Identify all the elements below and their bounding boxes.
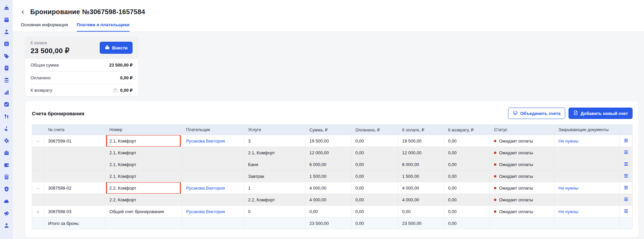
cell-services: 2.1, Комфорт [244,147,305,159]
add-doc-icon [573,110,578,116]
sidebar-item-badge[interactable] [4,186,9,192]
row-menu-button[interactable] [620,194,633,206]
cell-due: 0,00 [398,206,444,217]
sidebar-item-coins[interactable] [4,77,9,83]
cell-refund: 0,00 [444,135,490,147]
docs-link[interactable]: Не нужны [558,209,578,214]
merge-doc-icon [513,110,518,116]
expand-toggle[interactable]: − [32,135,44,147]
invoices-title: Счета бронирования [32,111,84,116]
cell-invoice-number: 3067598-03 [44,206,105,217]
cell-services: 2.2, Комфорт [244,194,305,206]
row-menu-button[interactable] [620,170,633,182]
payment-row-value: 0,00 ₽ [120,75,133,80]
row-menu-button[interactable] [620,182,633,194]
annotation-red-box [106,135,181,147]
sidebar-item-calendar[interactable] [4,17,9,23]
payer-link[interactable]: Русакова Виктория [186,209,225,214]
sidebar-item-settings[interactable] [4,138,9,144]
expand-toggle[interactable]: − [32,182,44,194]
expand-toggle [32,159,44,170]
cash-register-icon [105,45,110,51]
column-header-8: Статус [490,125,554,135]
sidebar-item-bar-chart[interactable] [4,89,9,95]
cell-closing-docs: Не нужны [554,182,620,194]
sidebar-item-tag[interactable] [4,53,9,59]
sidebar-item-calculator[interactable] [4,174,9,180]
cell-room-number: Общий счет бронирования [105,206,182,217]
column-header-5: Оплачено, ₽ [351,125,398,135]
table-row: − 3067598-01 2.1, Комфорт Русакова Викто… [32,135,633,147]
cell-due: 1 500,00 [398,170,444,182]
foot-payer [182,217,244,229]
sidebar-item-service-bell[interactable] [4,5,9,10]
payment-row-label: К возврату [31,88,52,93]
payer-link[interactable]: Русакова Виктория [186,138,225,144]
column-header-2: Плательщик [182,125,244,135]
cell-due: 4 000,00 [398,194,444,206]
status-dot-icon [494,199,496,201]
cell-status: Ожидает оплаты [490,147,554,159]
cell-services: Баня [244,159,305,170]
foot-menu [620,217,633,229]
merge-invoices-button[interactable]: Объединить счета [508,108,565,119]
status-dot-icon [494,163,496,166]
tag-icon [4,53,9,59]
sidebar-item-profile[interactable] [4,223,9,228]
sidebar-item-cloud[interactable] [4,198,9,204]
cell-paid: 0,00 [351,182,398,194]
row-menu-button[interactable] [620,135,633,147]
cell-room-number: 2.1, Комфорт [105,170,182,182]
megaphone-icon [4,210,9,216]
main-area: ‹ Бронирование №3067598-1657584 Основная… [13,0,644,237]
sidebar-item-discount[interactable] [4,41,9,47]
cell-room-number: 2.2, Комфорт [105,194,182,206]
cell-status: Ожидает оплаты [490,159,554,170]
back-button[interactable]: ‹ [20,8,26,15]
sidebar-item-briefcase[interactable] [4,150,9,156]
sidebar-item-wallet[interactable] [4,162,9,168]
foot-refund: 0,00 [444,217,490,229]
sidebar-item-megaphone[interactable] [4,210,9,216]
col-toggle [32,125,44,135]
cell-payer: Русакова Виктория [182,135,244,147]
add-invoice-button[interactable]: Добавить новый счет [568,108,633,119]
row-menu-button[interactable] [620,159,633,170]
payer-link[interactable]: Русакова Виктория [186,186,225,191]
foot-docs [554,217,620,229]
docs-link[interactable]: Не нужны [558,138,578,144]
table-row: 2.1, Комфорт Баня 6 000,00 0,00 6 000,00… [32,159,633,170]
sidebar-item-housekeeping[interactable] [4,126,9,131]
expand-toggle [32,194,44,206]
tab-main-info[interactable]: Основная информация [21,22,68,32]
row-menu-icon [624,197,628,202]
cell-refund: 0,00 [444,194,490,206]
cell-sum: 4 000,00 [305,182,351,194]
docs-link[interactable]: Не нужны [558,186,578,191]
expand-toggle[interactable]: + [32,206,44,217]
badge-icon [4,186,9,192]
cell-sum: 12 000,00 [305,147,351,159]
payment-row-value: 0,00 ₽ [113,88,133,93]
row-menu-icon [624,138,628,143]
calculator-icon [4,174,9,180]
sidebar-item-guest[interactable] [4,29,9,35]
sidebar-item-task-check[interactable] [4,102,9,107]
foot-due: 23 500,00 [398,217,444,229]
sidebar-item-document[interactable] [4,65,9,71]
calendar-icon [4,17,9,23]
cell-paid: 0,00 [351,159,398,170]
cell-due: 4 000,00 [398,182,444,194]
pay-button[interactable]: Внести [100,42,133,54]
cell-paid: 0,00 [351,170,398,182]
cell-invoice-number [44,194,105,206]
cell-payer: Русакова Виктория [182,206,244,217]
cell-closing-docs [554,147,620,159]
row-menu-button[interactable] [620,206,633,217]
tab-payments[interactable]: Платежи и плательщики [77,22,130,32]
cell-refund: 0,00 [444,147,490,159]
sidebar-item-keys[interactable] [4,114,9,119]
cell-payer [182,194,244,206]
row-menu-button[interactable] [620,147,633,159]
column-header-4: Сумма, ₽ [305,125,351,135]
